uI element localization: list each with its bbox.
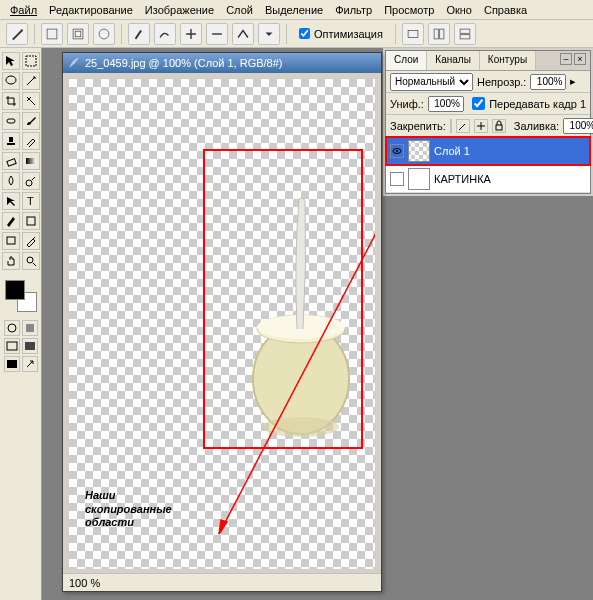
menu-select[interactable]: Выделение <box>259 2 329 18</box>
view-btn-2[interactable] <box>428 23 450 45</box>
move-tool[interactable] <box>2 52 20 70</box>
panel-minimize-icon[interactable]: – <box>560 53 572 65</box>
jump-icon[interactable] <box>22 356 38 372</box>
pass-frame-label: Передавать кадр 1 <box>489 98 586 110</box>
option-btn-3[interactable] <box>93 23 115 45</box>
history-brush-tool[interactable] <box>22 132 40 150</box>
color-swatches[interactable] <box>5 280 37 312</box>
svg-rect-5 <box>434 29 438 39</box>
menu-window[interactable]: Окно <box>440 2 478 18</box>
annotation-text: Наши скопированные области <box>85 489 172 529</box>
svg-rect-11 <box>7 119 15 123</box>
freeform-pen-icon[interactable] <box>154 23 176 45</box>
opacity-input[interactable] <box>530 74 566 90</box>
svg-rect-0 <box>47 29 57 39</box>
menu-bar: Файл Редактирование Изображение Слой Выд… <box>0 0 593 20</box>
option-btn-2[interactable] <box>67 23 89 45</box>
svg-rect-22 <box>25 342 35 350</box>
options-dropdown-icon[interactable] <box>258 23 280 45</box>
layer-thumbnail[interactable] <box>408 168 430 190</box>
pen-tool-indicator[interactable] <box>6 23 28 45</box>
menu-filter[interactable]: Фильтр <box>329 2 378 18</box>
blur-tool[interactable] <box>2 172 20 190</box>
menu-edit[interactable]: Редактирование <box>43 2 139 18</box>
tab-paths[interactable]: Контуры <box>480 51 536 70</box>
visibility-icon[interactable] <box>390 172 404 186</box>
view-btn-1[interactable] <box>402 23 424 45</box>
layer-name[interactable]: Слой 1 <box>434 145 470 157</box>
lock-position-icon[interactable] <box>474 119 488 133</box>
layer-row[interactable]: Слой 1 <box>386 137 590 165</box>
lock-fill-bar: Закрепить: Заливка: ▸ <box>386 115 590 137</box>
document-canvas[interactable]: Наши скопированные области <box>69 79 375 569</box>
screen1-icon[interactable] <box>4 338 20 354</box>
svg-rect-4 <box>408 30 418 37</box>
svg-rect-7 <box>460 29 470 33</box>
notes-tool[interactable] <box>2 232 20 250</box>
svg-marker-30 <box>219 520 227 534</box>
eraser-tool[interactable] <box>2 152 20 170</box>
tab-layers[interactable]: Слои <box>386 51 427 70</box>
blend-mode-select[interactable]: Нормальный <box>390 73 473 91</box>
heal-tool[interactable] <box>2 112 20 130</box>
unif-input[interactable] <box>428 96 464 112</box>
add-anchor-icon[interactable] <box>180 23 202 45</box>
marquee-tool[interactable] <box>22 52 40 70</box>
svg-point-3 <box>99 29 109 39</box>
gradient-tool[interactable] <box>22 152 40 170</box>
foreground-color[interactable] <box>5 280 25 300</box>
pass-frame-checkbox[interactable] <box>472 97 485 110</box>
shape-tool[interactable] <box>22 212 40 230</box>
lock-all-icon[interactable] <box>492 119 506 133</box>
brush-tool[interactable] <box>22 112 40 130</box>
menu-file[interactable]: Файл <box>4 2 43 18</box>
quickmask-icon[interactable] <box>4 320 20 336</box>
svg-rect-21 <box>7 342 17 350</box>
svg-point-10 <box>6 76 16 84</box>
pen-tool[interactable] <box>2 212 20 230</box>
lock-transparency-icon[interactable] <box>450 119 452 133</box>
layer-row[interactable]: КАРТИНКА <box>386 165 590 193</box>
menu-view[interactable]: Просмотр <box>378 2 440 18</box>
optimize-checkbox[interactable]: Оптимизация <box>299 28 383 40</box>
crop-tool[interactable] <box>2 92 20 110</box>
unif-label: Униф.: <box>390 98 424 110</box>
fill-input[interactable] <box>563 118 593 134</box>
slice-tool[interactable] <box>22 92 40 110</box>
document-statusbar: 100 % <box>63 573 381 591</box>
zoom-tool[interactable] <box>22 252 40 270</box>
document-window: 25_0459.jpg @ 100% (Слой 1, RGB/8#) <box>62 52 382 592</box>
visibility-icon[interactable] <box>390 144 404 158</box>
layer-thumbnail[interactable] <box>408 140 430 162</box>
menu-layer[interactable]: Слой <box>220 2 259 18</box>
tab-channels[interactable]: Каналы <box>427 51 480 70</box>
eyedropper-tool[interactable] <box>22 232 40 250</box>
screen2-icon[interactable] <box>22 338 38 354</box>
delete-anchor-icon[interactable] <box>206 23 228 45</box>
zoom-level[interactable]: 100 % <box>69 577 100 589</box>
path-select-tool[interactable] <box>2 192 20 210</box>
convert-anchor-icon[interactable] <box>232 23 254 45</box>
canvas-area: 25_0459.jpg @ 100% (Слой 1, RGB/8#) <box>42 48 383 600</box>
optimize-checkbox-input[interactable] <box>299 28 310 39</box>
dodge-tool[interactable] <box>22 172 40 190</box>
screenmode-icon[interactable] <box>22 320 38 336</box>
panel-close-icon[interactable]: × <box>574 53 586 65</box>
stamp-tool[interactable] <box>2 132 20 150</box>
wand-tool[interactable] <box>22 72 40 90</box>
type-tool[interactable]: T <box>22 192 40 210</box>
document-titlebar[interactable]: 25_0459.jpg @ 100% (Слой 1, RGB/8#) <box>63 53 381 73</box>
option-btn-1[interactable] <box>41 23 63 45</box>
layer-name[interactable]: КАРТИНКА <box>434 173 491 185</box>
hand-tool[interactable] <box>2 252 20 270</box>
opacity-arrow-icon[interactable]: ▸ <box>570 75 576 88</box>
menu-help[interactable]: Справка <box>478 2 533 18</box>
screen3-icon[interactable] <box>4 356 20 372</box>
panel-window-controls: – × <box>560 53 586 65</box>
path-pen-icon[interactable] <box>128 23 150 45</box>
view-btn-3[interactable] <box>454 23 476 45</box>
lock-pixels-icon[interactable] <box>456 119 470 133</box>
lasso-tool[interactable] <box>2 72 20 90</box>
fill-label: Заливка: <box>514 120 559 132</box>
menu-image[interactable]: Изображение <box>139 2 220 18</box>
